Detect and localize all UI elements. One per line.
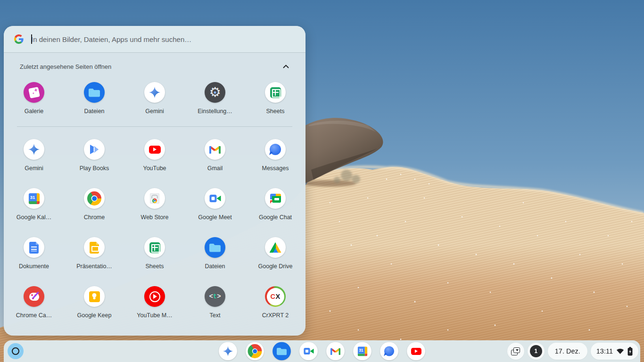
text-cursor xyxy=(31,34,32,44)
app-label: CrXPRT 2 xyxy=(262,312,289,319)
launcher-search-bar[interactable] xyxy=(4,26,305,53)
chat-icon xyxy=(265,188,286,209)
shelf-app-youtube[interactable] xyxy=(407,342,426,361)
files-icon xyxy=(84,82,105,103)
app-gmail[interactable]: Gmail xyxy=(185,139,245,173)
app-text[interactable]: <t> Text xyxy=(185,286,245,320)
keep-icon xyxy=(84,286,105,307)
chrome-icon xyxy=(84,188,105,209)
app-label: Google Meet xyxy=(198,214,232,221)
shelf-app-gemini[interactable] xyxy=(219,342,238,361)
youtube-music-icon xyxy=(144,286,165,307)
files-icon xyxy=(205,237,225,258)
app-chrome[interactable]: Chrome xyxy=(64,188,124,222)
calendar-icon: 31 xyxy=(353,342,372,361)
app-label: Galerie xyxy=(25,107,43,115)
app-sheets[interactable]: Sheets xyxy=(245,82,305,116)
shelf-app-chrome[interactable] xyxy=(246,342,264,361)
chrome-icon xyxy=(246,342,264,361)
canvas-icon xyxy=(24,286,44,307)
shelf-app-messages[interactable] xyxy=(380,342,399,361)
notification-counter-button[interactable]: 1 xyxy=(528,343,545,360)
app-google-meet[interactable]: Google Meet xyxy=(185,188,245,222)
app-label: Sheets xyxy=(266,107,285,115)
app-youtube-music[interactable]: YouTube M… xyxy=(124,286,185,320)
app-label: Messages xyxy=(262,165,289,172)
galerie-icon xyxy=(24,82,44,103)
chevron-up-icon xyxy=(283,65,289,68)
files-icon xyxy=(272,342,291,361)
time-label: 13:11 xyxy=(596,347,613,355)
date-button[interactable]: 17. Dez. xyxy=(548,343,587,360)
app-label: Google Chat xyxy=(259,214,292,221)
shelf: 31 1 17. Dez. 13:11 xyxy=(4,340,640,362)
shelf-app-google-meet[interactable] xyxy=(299,342,318,361)
app-label: Gemini xyxy=(145,107,164,115)
search-input[interactable] xyxy=(31,35,295,43)
drive-icon xyxy=(265,237,286,258)
app-einstellungen[interactable]: ⚙ Einstellung… xyxy=(185,82,245,116)
crxprt-icon: CX xyxy=(265,286,286,307)
screencast-button[interactable] xyxy=(507,343,524,360)
play-books-icon xyxy=(84,139,105,160)
notification-count-badge: 1 xyxy=(530,345,542,357)
youtube-icon xyxy=(407,342,425,361)
app-galerie[interactable]: Galerie xyxy=(4,82,64,116)
app-youtube[interactable]: YouTube xyxy=(124,139,185,173)
app-label: Dateien xyxy=(205,263,225,270)
app-google-kalender[interactable]: 31 Google Kal… xyxy=(4,188,64,222)
app-label: Play Books xyxy=(80,165,109,172)
app-google-keep[interactable]: Google Keep xyxy=(64,286,124,320)
launcher-panel: Zuletzt angesehene Seiten öffnen Galerie… xyxy=(4,26,305,336)
gmail-icon xyxy=(326,342,345,361)
app-praesentationen[interactable]: Präsentatio… xyxy=(64,237,124,271)
launcher-button[interactable] xyxy=(8,343,24,359)
app-label: Web Store xyxy=(141,214,169,221)
app-label: Google Drive xyxy=(258,263,293,270)
meet-icon xyxy=(299,342,318,361)
collapse-section-button[interactable] xyxy=(279,60,292,73)
battery-charging-icon xyxy=(627,347,633,356)
text-app-icon: <t> xyxy=(205,286,225,307)
app-dateien[interactable]: Dateien xyxy=(185,237,245,271)
app-label: Google Kal… xyxy=(17,214,51,221)
pinned-apps: 31 xyxy=(219,340,426,362)
wifi-icon xyxy=(616,348,624,354)
shelf-app-gmail[interactable] xyxy=(326,342,345,361)
apps-grid: Gemini Play Books YouTube Gmail Messages… xyxy=(4,139,305,320)
app-google-drive[interactable]: Google Drive xyxy=(245,237,305,271)
calendar-icon: 31 xyxy=(24,188,44,209)
app-messages[interactable]: Messages xyxy=(245,139,305,173)
youtube-icon xyxy=(144,139,165,160)
section-divider xyxy=(17,126,292,127)
app-label: Dokumente xyxy=(19,263,49,270)
shelf-app-google-kalender[interactable]: 31 xyxy=(353,342,372,361)
sheets-icon xyxy=(144,237,165,258)
recent-section-title: Zuletzt angesehene Seiten öffnen xyxy=(20,63,111,70)
messages-icon xyxy=(380,342,398,361)
app-dateien[interactable]: Dateien xyxy=(64,82,124,116)
app-crxprt-2[interactable]: CX CrXPRT 2 xyxy=(245,286,305,320)
settings-gear-icon: ⚙ xyxy=(205,82,225,103)
app-dokumente[interactable]: Dokumente xyxy=(4,237,64,271)
app-label: Dateien xyxy=(84,107,104,115)
app-label: Gemini xyxy=(25,165,43,172)
app-web-store[interactable]: Web Store xyxy=(124,188,185,222)
shelf-app-dateien[interactable] xyxy=(272,342,291,361)
app-sheets[interactable]: Sheets xyxy=(124,237,185,271)
gemini-icon xyxy=(144,82,165,103)
app-label: Text xyxy=(210,312,221,319)
app-gemini[interactable]: Gemini xyxy=(4,139,64,173)
app-play-books[interactable]: Play Books xyxy=(64,139,124,173)
app-label: Präsentatio… xyxy=(76,263,112,270)
app-chrome-canvas[interactable]: Chrome Ca… xyxy=(4,286,64,320)
sheets-icon xyxy=(265,82,286,103)
screencast-icon xyxy=(511,347,520,355)
google-g-icon xyxy=(14,34,24,44)
status-area: 1 17. Dez. 13:11 xyxy=(507,340,638,362)
meet-icon xyxy=(205,188,225,209)
gemini-icon xyxy=(219,342,237,361)
system-tray-button[interactable]: 13:11 xyxy=(591,343,638,360)
app-google-chat[interactable]: Google Chat xyxy=(245,188,305,222)
app-gemini[interactable]: Gemini xyxy=(124,82,185,116)
